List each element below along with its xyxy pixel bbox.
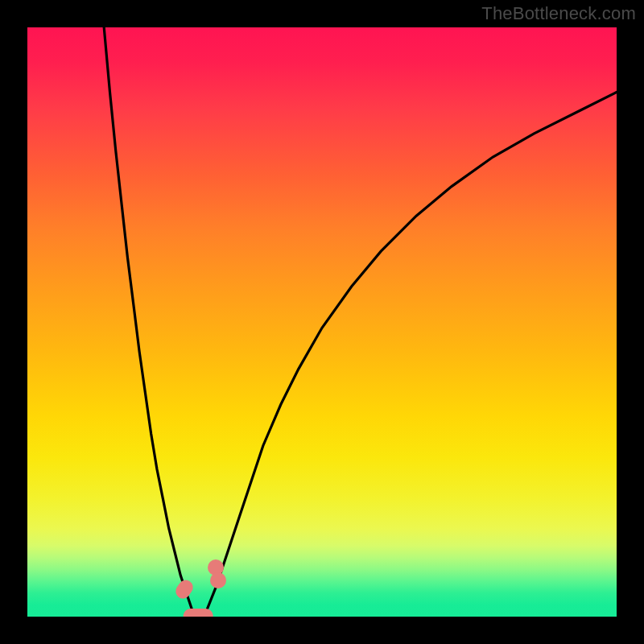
- chart-frame: TheBottleneck.com: [0, 0, 644, 644]
- marker-pill: [184, 609, 213, 617]
- curve-right-arm: [204, 93, 617, 617]
- curve-left-arm: [104, 27, 192, 611]
- marker-dot: [210, 572, 226, 588]
- plot-area: [27, 27, 617, 617]
- watermark-text: TheBottleneck.com: [481, 3, 636, 24]
- curve-layer: [27, 27, 617, 617]
